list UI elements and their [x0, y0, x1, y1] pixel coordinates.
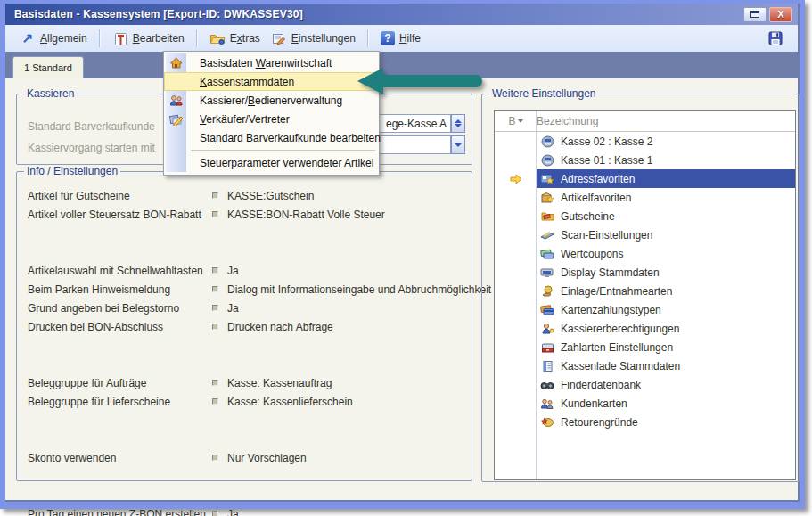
content-area: Kassieren Standard Barverkaufkunde Kassi…: [5, 78, 798, 500]
register-icon: [540, 135, 554, 148]
menu-bearbeiten[interactable]: Bearbeiten: [107, 28, 190, 49]
display-icon: [540, 266, 554, 279]
list-item[interactable]: Kartenzahlungstypen: [495, 300, 795, 319]
list-item[interactable]: Scan-Einstellungen: [495, 225, 795, 244]
register-icon: [540, 153, 554, 167]
tab-standard[interactable]: 1 Standard: [12, 56, 84, 78]
group-weitere-einstellungen: Weitere Einstellungen B Bezeichnung Kass…: [481, 94, 800, 482]
dropdown-button[interactable]: [451, 135, 465, 154]
card-star-icon: [540, 172, 554, 185]
setting-row: Artikel für GutscheineKASSE:Gutschein: [28, 186, 466, 205]
current-row-arrow-icon: [510, 174, 522, 184]
folder-icon: [209, 30, 226, 46]
toolbar-separator: [367, 29, 369, 47]
cashbox-icon: [540, 340, 554, 354]
menu-item-kassierer-bedienerverwaltung[interactable]: Kassierer/Bedienerverwaltung: [164, 91, 379, 110]
menu-item-verkaeufer-vertreter[interactable]: Verkäufer/Vertreter: [164, 110, 379, 128]
list-item[interactable]: Finderdatenbank: [495, 375, 795, 394]
setting-row: Pro Tag einen neuen Z-BON erstellenJa: [28, 504, 466, 516]
list-item[interactable]: Zahlarten Einstellungen: [495, 338, 795, 356]
setting-row: Beleggruppe für AufträgeKasse: Kassenauf…: [28, 373, 466, 392]
coin-hand-icon: [540, 284, 554, 298]
menu-separator: [164, 147, 379, 153]
menu-hilfe[interactable]: ? Hilfe: [375, 29, 426, 48]
list-item[interactable]: Retourengründe: [495, 413, 795, 431]
menu-item-standard-barverkaufkunde[interactable]: Standard Barverkaufkunde bearbeiten: [164, 128, 379, 147]
setting-row: Beim Parken HinweismeldungDialog mit Inf…: [28, 280, 466, 299]
list-item[interactable]: Kassiererberechtigungen: [495, 319, 795, 338]
coupons-icon: [540, 247, 554, 260]
setting-row: Grund angeben bei BelegstornoJa: [28, 299, 466, 317]
sort-down-icon: [518, 119, 523, 123]
menu-item-kassenstammdaten[interactable]: Kassenstammdaten: [164, 72, 379, 91]
group-info-einstellungen: Info / Einstellungen Artikel für Gutsche…: [16, 171, 472, 481]
menu-extras[interactable]: Extras: [204, 28, 266, 49]
list-item[interactable]: Kassenlade Stammdaten: [495, 356, 795, 375]
minimize-button[interactable]: [743, 7, 767, 22]
arrow-up-right-icon: ↗: [20, 30, 36, 46]
toolbar-separator: [196, 29, 198, 47]
drawer-notes-icon: [540, 359, 554, 373]
setting-row: Drucken bei BON-AbschlussDrucken nach Ab…: [28, 317, 466, 336]
list-item[interactable]: Kasse 01 : Kasse 1: [495, 151, 795, 169]
pencil-notes-icon: [167, 113, 185, 126]
voucher-folder-icon: [540, 209, 554, 223]
bullet-icon: [212, 511, 218, 516]
extras-dropdown-menu: Basisdaten Warenwirtschaft Kassenstammda…: [163, 51, 380, 176]
box-star-icon: [540, 191, 554, 204]
titlebar: Basisdaten - Kassensystem [Export-ID: DW…: [5, 4, 798, 25]
return-coin-icon: [540, 415, 554, 429]
group-info-title: Info / Einstellungen: [24, 165, 120, 177]
close-icon: X: [777, 10, 783, 20]
bullet-icon: [212, 305, 218, 311]
setting-row: Skonto verwendenNur Vorschlagen: [28, 448, 466, 467]
list-item-selected[interactable]: Adressfavoriten: [495, 169, 795, 188]
menu-item-basisdaten-warenwirtschaft[interactable]: Basisdaten Warenwirtschaft: [164, 53, 379, 72]
help-icon: ?: [381, 31, 395, 45]
minimize-icon: [750, 11, 759, 18]
save-button[interactable]: [762, 28, 789, 49]
menu-einstellungen[interactable]: Einstellungen: [266, 28, 361, 49]
bullet-icon: [212, 211, 218, 217]
bullet-icon: [212, 286, 218, 292]
list-item[interactable]: Kundenkarten: [495, 394, 795, 413]
window-title: Basisdaten - Kassensystem [Export-ID: DW…: [14, 8, 741, 20]
bullet-icon: [212, 267, 218, 274]
spin-down-icon: [455, 124, 462, 127]
cashier-rights-icon: [540, 322, 554, 335]
list-item[interactable]: Display Stammdaten: [495, 263, 795, 282]
column-divider: [536, 111, 537, 479]
settings-list: B Bezeichnung Kasse 02 : Kasse 2 Kasse 0…: [494, 110, 796, 480]
settings-form-icon: [271, 30, 287, 46]
bullet-icon: [212, 192, 218, 199]
group-weitere-title: Weitere Einstellungen: [489, 87, 599, 100]
list-item[interactable]: Kasse 02 : Kasse 2: [495, 132, 795, 151]
edit-tool-icon: [112, 30, 128, 46]
column-header-b: B: [508, 115, 515, 127]
list-item[interactable]: Wertcoupons: [495, 244, 795, 263]
setting-row: Artikelauswahl mit SchnellwahltastenJa: [28, 261, 466, 280]
list-header[interactable]: B Bezeichnung: [495, 111, 795, 132]
list-item[interactable]: Artikelfavoriten: [495, 188, 795, 207]
column-header-bezeichnung: Bezeichnung: [537, 115, 598, 127]
bullet-icon: [212, 324, 218, 330]
list-item[interactable]: Einlage/Entnahmearten: [495, 282, 795, 300]
menu-item-steuerparameter[interactable]: Steuerparameter verwendeter Artikel: [164, 153, 379, 172]
users-icon: [167, 94, 185, 106]
scanner-icon: [540, 228, 554, 242]
customers-icon: [540, 397, 554, 410]
binoculars-icon: [540, 378, 554, 391]
toolbar: ↗ Allgemein Bearbeiten Extras: [5, 25, 798, 52]
payment-cards-icon: [540, 303, 554, 316]
setting-row: Artikel voller Steuersatz BON-RabattKASS…: [28, 205, 466, 224]
bullet-icon: [212, 455, 218, 461]
list-item[interactable]: Gutscheine: [495, 207, 795, 225]
dropdown-arrow-icon: [455, 143, 462, 147]
label-standard-barverkaufkunde: Standard Barverkaufkunde: [28, 117, 155, 135]
save-icon: [767, 30, 783, 46]
teal-left-arrow: [355, 64, 490, 100]
close-button[interactable]: X: [769, 7, 792, 22]
home-icon: [167, 57, 185, 69]
spinner-buttons[interactable]: [451, 114, 465, 133]
menu-allgemein[interactable]: ↗ Allgemein: [14, 28, 93, 49]
